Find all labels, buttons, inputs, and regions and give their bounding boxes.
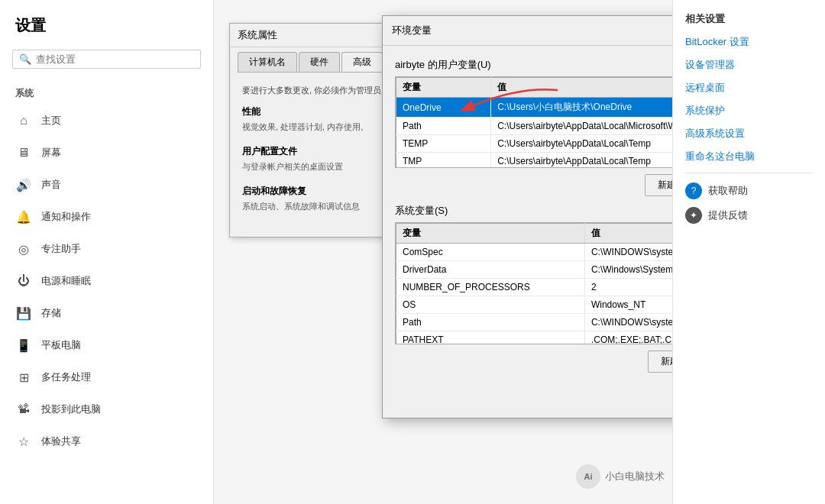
var-value: C:\Users\airbyte\AppData\Local\Microsoft… [491, 118, 672, 135]
var-name: OneDrive [396, 98, 491, 118]
sidebar-item-storage[interactable]: 💾 存储 [0, 297, 213, 329]
sys-var-buttons: 新建(W)... 编辑(I)... 删除(L) [395, 351, 672, 373]
sidebar-item-project[interactable]: 📽 投影到此电脑 [0, 393, 213, 425]
user-var-col2: 值 [491, 78, 672, 98]
env-dialog-title: 环境变量 [392, 24, 432, 37]
var-value: C:\WINDOWS\system32\cmd.exe [584, 244, 672, 261]
sidebar-item-label: 存储 [41, 306, 61, 320]
sidebar-item-tablet[interactable]: 📱 平板电脑 [0, 329, 213, 361]
sys-new-button[interactable]: 新建(W)... [648, 351, 672, 373]
sidebar-item-label: 声音 [41, 178, 61, 192]
sidebar-item-label: 多任务处理 [41, 370, 91, 384]
sidebar-item-focus[interactable]: ◎ 专注助手 [0, 233, 213, 265]
sidebar-item-sound[interactable]: 🔊 声音 [0, 169, 213, 201]
panel-divider [685, 173, 813, 173]
storage-icon: 💾 [15, 305, 32, 321]
var-name: NUMBER_OF_PROCESSORS [396, 279, 585, 296]
var-name: Path [396, 118, 491, 135]
sidebar-item-label: 屏幕 [41, 146, 61, 160]
sound-icon: 🔊 [15, 176, 32, 193]
sys-protect-link[interactable]: 系统保护 [685, 104, 813, 118]
user-var-buttons: 新建(N)... 编辑(E)... 删除(D) [395, 174, 672, 196]
tab-advanced[interactable]: 高级 [341, 52, 383, 72]
sidebar-item-display[interactable]: 🖥 屏幕 [0, 137, 213, 169]
sys-var-row[interactable]: PATHEXT.COM;.EXE;.BAT;.CMD;.VBS;.VBE;.JS… [396, 331, 673, 345]
var-value: C:\Windows\System32\Drivers\DriverData [584, 261, 672, 279]
advanced-sys-link[interactable]: 高级系统设置 [685, 127, 813, 141]
bitlocker-link[interactable]: BitLocker 设置 [685, 35, 813, 49]
get-help-label: 获取帮助 [708, 184, 748, 198]
var-name: ComSpec [396, 244, 585, 261]
sys-var-row[interactable]: NUMBER_OF_PROCESSORS2 [396, 279, 673, 296]
sidebar-item-label: 平板电脑 [41, 338, 81, 352]
sys-vars-label: 系统变量(S) [395, 204, 672, 218]
search-box[interactable]: 🔍 [12, 50, 201, 69]
sys-var-row[interactable]: PathC:\WINDOWS\system32;C:\WINDOWS;C\WIN… [396, 314, 673, 331]
sidebar-item-label: 电源和睡眠 [41, 274, 91, 288]
sys-var-row[interactable]: ComSpecC:\WINDOWS\system32\cmd.exe [396, 244, 673, 261]
sys-var-container[interactable]: 变量 值 ComSpecC:\WINDOWS\system32\cmd.exeD… [395, 222, 672, 344]
watermark: Ai 小白电脑技术 [576, 464, 665, 489]
sidebar-item-home[interactable]: ⌂ 主页 [0, 105, 213, 137]
user-var-row[interactable]: PathC:\Users\airbyte\AppData\Local\Micro… [396, 118, 673, 135]
search-input[interactable] [36, 53, 194, 65]
device-manager-link[interactable]: 设备管理器 [685, 58, 813, 72]
right-panel: 相关设置 BitLocker 设置 设备管理器 远程桌面 系统保护 高级系统设置… [672, 0, 825, 504]
sidebar-item-label: 专注助手 [41, 242, 81, 256]
display-icon: 🖥 [15, 144, 32, 161]
var-name: TMP [396, 153, 491, 169]
feedback-icon: ✦ [685, 207, 702, 224]
project-icon: 📽 [15, 401, 32, 418]
sidebar-item-power[interactable]: ⏻ 电源和睡眠 [0, 265, 213, 297]
tablet-icon: 📱 [15, 337, 32, 354]
var-value: Windows_NT [584, 296, 672, 314]
help-icon: ? [685, 183, 702, 199]
watermark-text: 小白电脑技术 [605, 470, 665, 483]
var-value: C:\Users\airbyte\AppData\Local\Temp [491, 135, 672, 153]
var-name: DriverData [396, 261, 585, 279]
multitask-icon: ⊞ [15, 369, 32, 386]
main-content: 系统属性 ─ □ ✕ 计算机名 硬件 高级 系统保护 要进行大多数更改, 你必须… [214, 0, 672, 504]
sys-var-row[interactable]: OSWindows_NT [396, 296, 673, 314]
var-value: C:\Users\小白电脑技术\OneDrive [491, 98, 672, 118]
sidebar-item-experience[interactable]: ☆ 体验共享 [0, 425, 213, 457]
sidebar-item-label: 通知和操作 [41, 210, 91, 224]
feedback-item[interactable]: ✦ 提供反馈 [685, 207, 813, 224]
power-icon: ⏻ [15, 273, 32, 289]
sys-props-title: 系统属性 [238, 28, 277, 42]
sidebar-item-notifications[interactable]: 🔔 通知和操作 [0, 201, 213, 233]
right-panel-title: 相关设置 [685, 12, 813, 26]
system-section-label: 系统 [0, 75, 213, 105]
experience-icon: ☆ [15, 433, 32, 450]
user-new-button[interactable]: 新建(N)... [645, 174, 672, 196]
env-titlebar: 环境变量 ✕ [383, 16, 672, 46]
user-var-row[interactable]: TEMPC:\Users\airbyte\AppData\Local\Temp [396, 135, 673, 153]
tab-computername[interactable]: 计算机名 [238, 52, 297, 72]
watermark-icon: Ai [576, 464, 600, 489]
sys-vars-table: 变量 值 ComSpecC:\WINDOWS\system32\cmd.exeD… [396, 223, 672, 344]
var-name: TEMP [396, 135, 491, 153]
sys-var-row[interactable]: DriverDataC:\Windows\System32\Drivers\Dr… [396, 261, 673, 279]
settings-title: 设置 [0, 0, 213, 44]
var-value: C:\WINDOWS\system32;C:\WINDOWS;C\WINDOWS… [584, 314, 672, 331]
sidebar-item-multitask[interactable]: ⊞ 多任务处理 [0, 361, 213, 393]
user-vars-label: airbyte 的用户变量(U) [395, 58, 672, 72]
rename-pc-link[interactable]: 重命名这台电脑 [685, 150, 813, 163]
sidebar-item-label: 主页 [41, 114, 61, 128]
user-var-row[interactable]: TMPC:\Users\airbyte\AppData\Local\Temp [396, 153, 673, 169]
get-help-item[interactable]: ? 获取帮助 [685, 183, 813, 199]
notification-icon: 🔔 [15, 208, 32, 225]
var-value: C:\Users\airbyte\AppData\Local\Temp [491, 153, 672, 169]
user-vars-table: 变量 值 OneDriveC:\Users\小白电脑技术\OneDrivePat… [396, 77, 672, 168]
sidebar-item-label: 投影到此电脑 [41, 402, 101, 416]
tab-hardware[interactable]: 硬件 [299, 52, 340, 72]
user-var-container[interactable]: 变量 值 OneDriveC:\Users\小白电脑技术\OneDrivePat… [395, 76, 672, 168]
user-var-row[interactable]: OneDriveC:\Users\小白电脑技术\OneDrive [396, 98, 673, 118]
var-name: OS [396, 296, 585, 314]
sidebar-item-label: 体验共享 [41, 435, 81, 448]
dialog-action-buttons: 确定 取消 [395, 383, 672, 405]
sys-var-col1: 变量 [396, 224, 585, 244]
settings-sidebar: 设置 🔍 系统 ⌂ 主页 🖥 屏幕 🔊 声音 🔔 通知和操作 ◎ 专注助手 ⏻ … [0, 0, 214, 504]
remote-desktop-link[interactable]: 远程桌面 [685, 81, 813, 95]
focus-icon: ◎ [15, 241, 32, 257]
